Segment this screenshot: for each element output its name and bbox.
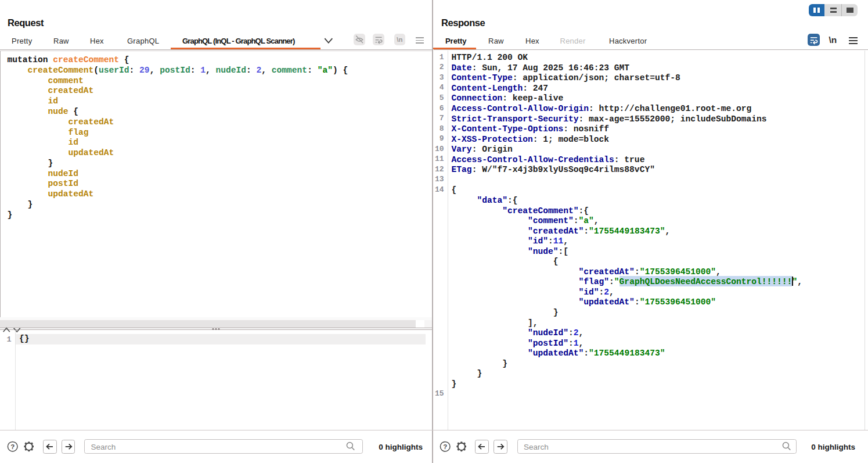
svg-text:?: ? <box>443 443 447 450</box>
svg-text:?: ? <box>10 443 15 450</box>
